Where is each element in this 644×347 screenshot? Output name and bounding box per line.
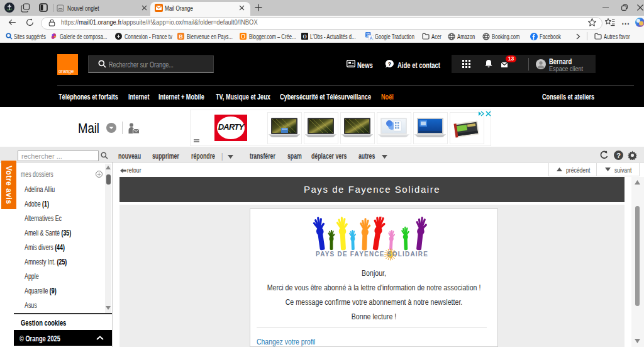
- svg-text:B: B: [179, 33, 182, 40]
- svg-text:O: O: [303, 34, 306, 40]
- svg-text:?: ?: [388, 61, 392, 67]
- svg-text:PAYS DE FAYENCE SOLIDAIRE: PAYS DE FAYENCE SOLIDAIRE: [316, 251, 428, 258]
- svg-text:?: ?: [616, 152, 621, 159]
- svg-text:A: A: [370, 36, 373, 40]
